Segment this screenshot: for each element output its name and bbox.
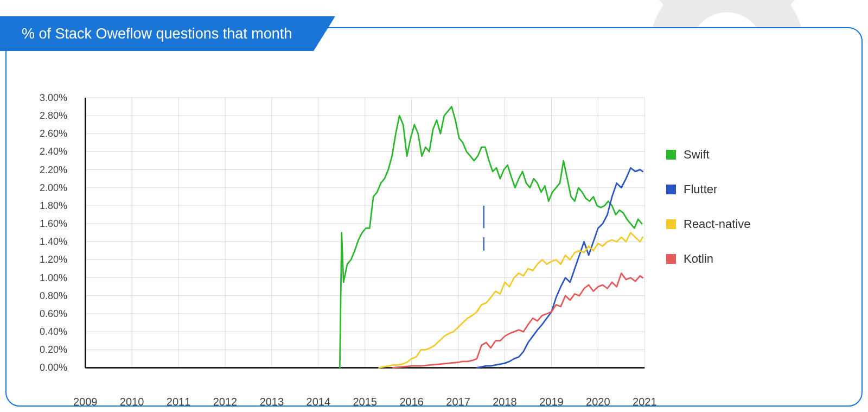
y-tick-label: 1.80% — [40, 200, 67, 211]
chart-card: 0.00%0.20%0.40%0.60%0.80%1.00%1.20%1.40%… — [5, 27, 863, 407]
y-axis-labels: 0.00%0.20%0.40%0.60%0.80%1.00%1.20%1.40%… — [16, 93, 71, 395]
legend-item: Flutter — [666, 182, 851, 197]
y-tick-label: 3.00% — [40, 92, 67, 103]
x-tick-label: 2013 — [260, 396, 284, 408]
legend-item: Swift — [666, 148, 851, 162]
x-tick-label: 2020 — [586, 396, 610, 408]
y-tick-label: 0.20% — [40, 344, 67, 356]
x-tick-label: 2019 — [539, 396, 564, 408]
x-tick-label: 2021 — [633, 396, 657, 408]
x-tick-label: 2014 — [307, 396, 331, 408]
chart-title: % of Stack Oweflow questions that month — [22, 26, 292, 42]
legend-swatch — [666, 185, 676, 194]
y-tick-label: 2.80% — [40, 110, 67, 122]
x-tick-label: 2009 — [73, 396, 98, 408]
legend-item: Kotlin — [666, 252, 851, 266]
legend-label: Swift — [684, 148, 710, 162]
legend-label: Flutter — [684, 182, 717, 197]
legend-label: Kotlin — [684, 252, 713, 266]
y-tick-label: 2.00% — [40, 182, 67, 193]
y-tick-label: 1.40% — [40, 236, 67, 248]
legend-swatch — [666, 254, 676, 264]
x-tick-label: 2018 — [493, 396, 517, 408]
legend: SwiftFlutterReact-nativeKotlin — [650, 93, 851, 395]
x-tick-label: 2017 — [446, 396, 470, 408]
y-tick-label: 0.60% — [40, 308, 67, 319]
y-tick-label: 2.20% — [40, 164, 67, 175]
y-tick-label: 0.40% — [40, 326, 67, 338]
legend-swatch — [666, 150, 676, 160]
y-tick-label: 0.80% — [40, 290, 67, 301]
legend-item: React-native — [666, 217, 851, 231]
y-tick-label: 1.00% — [40, 272, 67, 283]
legend-label: React-native — [684, 217, 751, 231]
plot-area: 2009201020112012201320142015201620172018… — [71, 93, 650, 395]
legend-swatch — [666, 219, 676, 229]
y-tick-label: 2.40% — [40, 146, 67, 157]
x-tick-label: 2011 — [167, 396, 191, 408]
x-tick-label: 2012 — [213, 396, 238, 408]
x-tick-label: 2016 — [399, 396, 424, 408]
x-axis-labels: 2009201020112012201320142015201620172018… — [71, 396, 650, 412]
x-tick-label: 2010 — [120, 396, 144, 408]
y-tick-label: 0.00% — [40, 362, 67, 373]
x-tick-label: 2015 — [353, 396, 377, 408]
chart-title-banner: % of Stack Oweflow questions that month — [0, 16, 314, 51]
y-tick-label: 2.60% — [40, 128, 67, 140]
y-tick-label: 1.60% — [40, 218, 67, 230]
y-tick-label: 1.20% — [40, 254, 67, 265]
